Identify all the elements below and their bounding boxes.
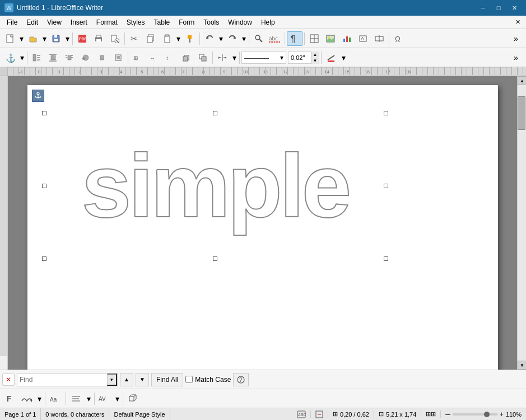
line-width-down-button[interactable]: ▼ xyxy=(311,58,319,64)
line-width-up-button[interactable]: ▲ xyxy=(311,52,319,58)
menu-window[interactable]: Window xyxy=(224,16,257,29)
spacing-dropdown-button[interactable]: ▾ xyxy=(231,50,238,65)
insert-special-button[interactable]: Ω xyxy=(391,31,407,46)
anchor-button[interactable]: ⚓ xyxy=(2,50,18,65)
fontwork-same-letter-height-button[interactable]: Aa xyxy=(48,391,63,406)
insert-table-button[interactable] xyxy=(306,31,322,46)
flip-horizontal-button[interactable]: ↔ xyxy=(146,50,162,65)
menu-styles[interactable]: Styles xyxy=(122,16,150,29)
fontwork-shape-dropdown[interactable]: ▾ xyxy=(36,391,43,406)
redo-button[interactable] xyxy=(225,31,240,46)
menu-form[interactable]: Form xyxy=(174,16,199,29)
preview-button[interactable] xyxy=(107,31,123,46)
expand-toolbar-button[interactable]: » xyxy=(508,31,524,46)
undo-dropdown-button[interactable]: ▾ xyxy=(217,31,224,46)
find-dropdown-button[interactable]: ▾ xyxy=(107,374,117,386)
fontwork-gallery-button[interactable]: F xyxy=(2,391,18,406)
find-replace-button[interactable] xyxy=(251,31,267,46)
undo-button[interactable] xyxy=(202,31,217,46)
insert-chart-button[interactable] xyxy=(339,31,355,46)
scrollbar-thumb[interactable] xyxy=(518,96,525,130)
menu-file[interactable]: File xyxy=(2,16,22,29)
menu-edit[interactable]: Edit xyxy=(22,16,43,29)
find-prev-button[interactable]: ▲ xyxy=(120,373,133,386)
paste-dropdown-button[interactable]: ▾ xyxy=(175,31,181,46)
print-button[interactable] xyxy=(91,31,106,46)
find-input[interactable] xyxy=(17,374,107,386)
insert-field-button[interactable] xyxy=(371,31,387,46)
redo-dropdown-button[interactable]: ▾ xyxy=(240,31,247,46)
position-button[interactable]: ⊞ xyxy=(130,50,146,65)
find-options-button[interactable]: ? xyxy=(233,373,249,386)
status-page-style[interactable]: Default Page Style xyxy=(109,408,170,420)
nonprinting-chars-button[interactable]: ¶ xyxy=(287,31,302,46)
status-track-changes[interactable] xyxy=(311,410,328,418)
document-close-button[interactable]: ✕ xyxy=(512,17,524,27)
wrap-background-button[interactable] xyxy=(110,50,126,65)
paste-button[interactable] xyxy=(159,31,175,46)
wrap-parallel-button[interactable] xyxy=(62,50,77,65)
expand-toolbar2-button[interactable]: » xyxy=(508,50,524,65)
find-next-button[interactable]: ▼ xyxy=(136,373,149,386)
menu-view[interactable]: View xyxy=(43,16,66,29)
fontwork-character-spacing-button[interactable]: AV xyxy=(97,391,113,406)
maximize-button[interactable]: □ xyxy=(491,2,506,13)
new-dropdown-button[interactable]: ▾ xyxy=(18,31,25,46)
open-dropdown-button[interactable]: ▾ xyxy=(41,31,48,46)
anchor-indicator[interactable] xyxy=(32,90,44,102)
bring-forward-button[interactable] xyxy=(179,50,194,65)
match-case-label[interactable]: Match Case xyxy=(185,376,231,384)
pdf-button[interactable]: PDF xyxy=(75,31,90,46)
cut-button[interactable]: ✂ xyxy=(127,31,142,46)
spellcheck-button[interactable]: abc xyxy=(267,31,283,46)
line-style-dropdown[interactable]: ———— ▾ xyxy=(241,52,286,64)
spacing-button[interactable] xyxy=(215,50,230,65)
status-word-count[interactable]: 0 words, 0 characters xyxy=(41,408,109,420)
status-lang-icon[interactable]: ABC xyxy=(292,410,311,418)
scrollbar-track[interactable] xyxy=(518,85,526,361)
menu-tools[interactable]: Tools xyxy=(199,16,224,29)
find-all-button[interactable]: Find All xyxy=(151,373,183,386)
save-dropdown-button[interactable]: ▾ xyxy=(64,31,71,46)
anchor-dropdown-button[interactable]: ▾ xyxy=(18,50,25,65)
line-color-dropdown-button[interactable]: ▾ xyxy=(340,50,347,65)
status-selection-mode[interactable]: ⊞ ⊞ xyxy=(421,410,441,418)
fontwork-alignment-dropdown[interactable]: ▾ xyxy=(85,391,92,406)
scroll-up-button[interactable]: ▲ xyxy=(518,76,526,85)
insert-textbox-button[interactable]: A xyxy=(355,31,371,46)
copy-button[interactable] xyxy=(143,31,159,46)
fontwork-shape-button[interactable] xyxy=(19,391,35,406)
close-button[interactable]: ✕ xyxy=(507,2,522,13)
menu-format[interactable]: Format xyxy=(92,16,122,29)
insert-image-button[interactable] xyxy=(323,31,338,46)
fontwork-alignment-button[interactable] xyxy=(68,391,84,406)
match-case-checkbox[interactable] xyxy=(185,376,193,383)
text-frame[interactable]: simple xyxy=(44,113,386,259)
line-width-input[interactable] xyxy=(288,54,311,61)
wrap-dynamic-button[interactable] xyxy=(94,50,110,65)
document-area[interactable]: simple xyxy=(8,76,517,370)
format-paint-button[interactable] xyxy=(182,31,198,46)
minimize-button[interactable]: ─ xyxy=(476,2,490,13)
wrap-contour-button[interactable]: ≋ xyxy=(78,50,94,65)
zoom-in-button[interactable]: + xyxy=(500,410,504,418)
send-back-button[interactable] xyxy=(195,50,211,65)
new-button[interactable] xyxy=(2,31,18,46)
scroll-down-button[interactable]: ▼ xyxy=(518,361,526,370)
fontwork-toggle-3d-button[interactable] xyxy=(125,391,141,406)
status-page-info[interactable]: Page 1 of 1 xyxy=(0,408,41,420)
wrap-page-button[interactable] xyxy=(45,50,61,65)
zoom-thumb[interactable] xyxy=(484,412,490,417)
menu-table[interactable]: Table xyxy=(150,16,175,29)
find-close-button[interactable]: ✕ xyxy=(2,374,15,386)
wrap-none-button[interactable] xyxy=(29,50,45,65)
fontwork-char-spacing-dropdown[interactable]: ▾ xyxy=(114,391,120,406)
zoom-out-button[interactable]: ─ xyxy=(445,410,450,418)
menu-insert[interactable]: Insert xyxy=(66,16,92,29)
menu-help[interactable]: Help xyxy=(257,16,280,29)
line-color-button[interactable] xyxy=(323,50,339,65)
open-button[interactable] xyxy=(25,31,41,46)
zoom-slider[interactable] xyxy=(453,413,497,416)
save-button[interactable] xyxy=(48,31,64,46)
flip-vertical-button[interactable]: ↕ xyxy=(162,50,178,65)
